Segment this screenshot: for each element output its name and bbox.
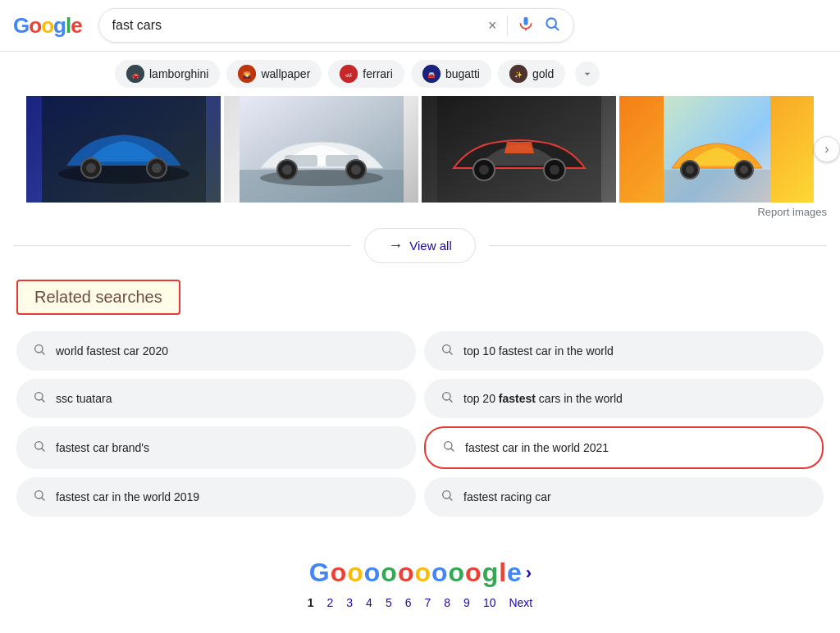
related-text: top 10 fastest car in the world — [463, 344, 614, 357]
related-chip-r6[interactable]: fastest car in the world 2021 — [424, 426, 824, 469]
svg-line-46 — [450, 399, 452, 402]
related-chip-r7[interactable]: fastest car in the world 2019 — [16, 477, 416, 517]
svg-text:🏎: 🏎 — [345, 71, 352, 79]
related-text: top 20 fastest cars in the world — [463, 392, 623, 405]
view-all-row: → View all — [0, 228, 840, 263]
chips-more-button[interactable] — [575, 61, 600, 86]
chip-label: ferrari — [363, 67, 393, 80]
header: Google × — [0, 0, 840, 52]
pagination-next-chevron[interactable]: › — [526, 562, 531, 584]
car-image-4[interactable] — [619, 96, 814, 203]
svg-line-2 — [555, 27, 558, 30]
google-logo[interactable]: Google — [13, 13, 82, 39]
search-icon — [441, 343, 454, 359]
chip-label: wallpaper — [261, 67, 310, 80]
svg-point-18 — [152, 163, 162, 173]
related-grid: world fastest car 2020 top 10 fastest ca… — [16, 331, 824, 517]
search-icon — [33, 439, 46, 456]
clear-icon[interactable]: × — [488, 17, 497, 34]
svg-point-36 — [686, 166, 694, 174]
search-icon — [33, 343, 46, 359]
view-all-button[interactable]: → View all — [364, 228, 475, 263]
mic-icon[interactable] — [518, 16, 534, 35]
view-all-arrow-icon: → — [388, 237, 403, 254]
filter-chips: 🚗 lamborghini 🌄 wallpaper 🏎 ferrari 🚘 bu… — [0, 52, 840, 96]
svg-text:🚘: 🚘 — [427, 71, 436, 79]
related-chip-r1[interactable]: world fastest car 2020 — [16, 331, 416, 371]
svg-text:✨: ✨ — [514, 71, 523, 79]
page-4[interactable]: 4 — [366, 596, 372, 609]
search-icon — [442, 439, 455, 456]
related-text: world fastest car 2020 — [56, 344, 168, 357]
image-next-button[interactable]: › — [814, 136, 840, 162]
page-10[interactable]: 10 — [483, 596, 496, 609]
search-submit-icon[interactable] — [544, 16, 560, 35]
page-1[interactable]: 1 — [308, 596, 314, 609]
related-title: Related searches — [34, 288, 162, 306]
divider-right — [489, 245, 827, 246]
car-image-2[interactable] — [224, 96, 418, 203]
svg-line-50 — [451, 449, 454, 451]
chip-lamborghini[interactable]: 🚗 lamborghini — [115, 60, 220, 88]
chip-wallpaper[interactable]: 🌄 wallpaper — [226, 60, 322, 88]
search-bar: × — [98, 8, 574, 43]
chip-label: bugatti — [445, 67, 480, 80]
page-6[interactable]: 6 — [405, 596, 412, 609]
page-8[interactable]: 8 — [444, 596, 450, 609]
svg-line-52 — [42, 498, 44, 500]
related-text: fastest car in the world 2021 — [465, 441, 609, 454]
search-divider — [507, 16, 508, 35]
page-2[interactable]: 2 — [327, 596, 334, 609]
car-image-3[interactable] — [422, 96, 616, 203]
chip-label: gold — [532, 67, 554, 80]
svg-point-32 — [550, 165, 559, 175]
divider-left — [13, 245, 351, 246]
related-chip-r4[interactable]: top 20 fastest cars in the world — [424, 379, 824, 418]
related-text: fastest racing car — [463, 490, 551, 503]
svg-line-40 — [42, 352, 44, 354]
page-3[interactable]: 3 — [346, 596, 353, 609]
related-title-box: Related searches — [16, 280, 180, 315]
svg-point-30 — [479, 165, 489, 175]
svg-point-38 — [740, 166, 748, 174]
related-chip-r8[interactable]: fastest racing car — [424, 477, 824, 517]
svg-point-14 — [58, 164, 189, 184]
svg-text:🚗: 🚗 — [131, 71, 139, 79]
view-all-label: View all — [409, 239, 451, 253]
chip-gold[interactable]: ✨ gold — [498, 60, 565, 88]
related-text: fastest car brand's — [56, 441, 149, 454]
related-searches-section: Related searches world fastest car 2020 … — [0, 280, 840, 517]
chip-ferrari[interactable]: 🏎 ferrari — [328, 60, 404, 88]
pagination: Gooooooooogle › 1 2 3 4 5 6 7 8 9 10 Nex… — [0, 541, 840, 633]
svg-line-42 — [450, 352, 452, 354]
related-text: fastest car in the world 2019 — [56, 490, 199, 503]
related-chip-r5[interactable]: fastest car brand's — [16, 426, 416, 469]
related-chip-r3[interactable]: ssc tuatara — [16, 379, 416, 418]
svg-line-54 — [450, 498, 452, 500]
search-icon — [441, 390, 454, 407]
svg-line-48 — [42, 449, 44, 451]
svg-point-27 — [351, 165, 361, 175]
big-google-logo: Gooooooooogle › — [309, 558, 531, 588]
chip-label: lamborghini — [149, 67, 208, 80]
search-icon — [33, 489, 46, 505]
svg-text:🌄: 🌄 — [243, 71, 251, 79]
car-image-1[interactable] — [26, 96, 221, 203]
svg-point-16 — [86, 163, 96, 173]
page-7[interactable]: 7 — [425, 596, 431, 609]
svg-line-44 — [42, 399, 44, 402]
page-5[interactable]: 5 — [386, 596, 392, 609]
page-numbers: 1 2 3 4 5 6 7 8 9 10 Next — [308, 596, 533, 609]
page-9[interactable]: 9 — [463, 596, 470, 609]
chip-bugatti[interactable]: 🚘 bugatti — [411, 60, 491, 88]
related-chip-r2[interactable]: top 10 fastest car in the world — [424, 331, 824, 371]
svg-point-25 — [282, 165, 292, 175]
related-text: ssc tuatara — [56, 392, 112, 405]
search-icon — [33, 390, 46, 407]
search-icon — [441, 489, 454, 505]
report-images-link[interactable]: Report images — [0, 203, 840, 221]
image-strip — [26, 96, 814, 203]
next-page-link[interactable]: Next — [509, 596, 532, 609]
svg-rect-34 — [664, 170, 770, 203]
search-input[interactable] — [112, 18, 488, 33]
